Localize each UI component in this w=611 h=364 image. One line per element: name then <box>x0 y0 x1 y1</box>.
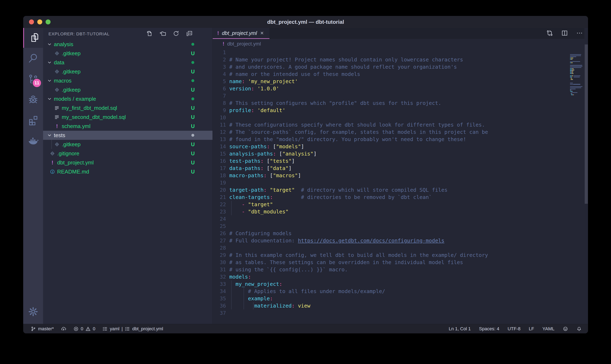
code-editor[interactable]: 12# Name your project! Project names sho… <box>213 49 588 324</box>
tree-file-readme-md[interactable]: README.mdU <box>43 167 212 176</box>
code-line-11[interactable]: 11# These configurations specify where d… <box>213 121 588 129</box>
code-line-21[interactable]: 21clean-targets: # directories to be rem… <box>213 194 588 201</box>
new-folder-icon[interactable] <box>159 30 166 38</box>
activity-source-control[interactable]: 11 <box>23 69 43 89</box>
code-line-29[interactable]: 29# In this example config, we tell dbt … <box>213 251 588 259</box>
code-line-20[interactable]: 20target-path: "target" # directory whic… <box>213 186 588 194</box>
code-line-25[interactable]: 25 <box>213 222 588 230</box>
status-text: 0 <box>81 326 83 332</box>
code-line-26[interactable]: 26# Configuring models <box>213 230 588 237</box>
language-mode[interactable]: YAML <box>542 326 555 332</box>
tree-file--gitkeep[interactable]: .gitkeepU <box>43 140 212 149</box>
chevron-down-icon <box>47 60 52 65</box>
indentation[interactable]: Spaces: 4 <box>479 326 499 332</box>
indent-guide <box>253 302 253 309</box>
line-content: clean-targets: # directories to be remov… <box>229 194 432 201</box>
tree-file--gitignore[interactable]: .gitignoreU <box>43 149 212 158</box>
code-line-15[interactable]: 15analysis-paths: ["analysis"] <box>213 150 588 157</box>
code-line-3[interactable]: 3# and underscores. A good package name … <box>213 63 588 71</box>
code-line-31[interactable]: 31# using the `{{ config(...) }}` macro. <box>213 266 588 273</box>
tree-folder-macros[interactable]: macros <box>43 76 212 85</box>
activity-debug[interactable] <box>23 90 43 110</box>
tree-item-label: .gitkeep <box>62 50 81 57</box>
new-file-icon[interactable] <box>146 30 153 38</box>
code-line-1[interactable]: 1 <box>213 49 588 56</box>
code-line-28[interactable]: 28 <box>213 244 588 251</box>
editor-scrollbar <box>584 28 588 324</box>
line-content: profile: 'default' <box>229 107 285 114</box>
breadcrumb-file-label[interactable]: dbt_project.yml <box>227 41 261 47</box>
tree-folder-tests[interactable]: tests <box>43 131 212 140</box>
yaml-schema-status[interactable]: yaml|dbt_project.yml <box>102 326 163 332</box>
code-line-24[interactable]: 24 <box>213 215 588 222</box>
code-line-34[interactable]: 34 # Applies to all files under models/e… <box>213 288 588 295</box>
line-content: # and underscores. A good package name s… <box>229 63 457 71</box>
feedback[interactable] <box>563 326 568 332</box>
code-line-18[interactable]: 18macro-paths: ["macros"] <box>213 172 588 179</box>
tree-file-schema-yml[interactable]: !schema.ymlU <box>43 122 212 131</box>
line-content: - "target" <box>229 201 273 208</box>
code-line-6[interactable]: 6version: '1.0.0' <box>213 85 588 92</box>
tree-file-my-second-dbt-model-sql[interactable]: my_second_dbt_model.sqlU <box>43 113 212 122</box>
code-line-32[interactable]: 32models: <box>213 273 588 280</box>
code-line-36[interactable]: 36 materialized: view <box>213 302 588 309</box>
breadcrumb[interactable]: ! dbt_project.yml <box>213 39 588 49</box>
activity-settings[interactable] <box>23 302 43 322</box>
eol[interactable]: LF <box>529 326 534 332</box>
tree-folder-data[interactable]: data <box>43 58 212 67</box>
activity-files[interactable] <box>23 28 43 48</box>
tree-file--gitkeep[interactable]: .gitkeepU <box>43 85 212 94</box>
compare-changes-icon[interactable] <box>546 30 553 38</box>
notifications[interactable] <box>576 326 582 332</box>
code-line-8[interactable]: 8# This setting configures which "profil… <box>213 100 588 107</box>
activity-docker[interactable] <box>23 131 43 151</box>
tree-file--gitkeep[interactable]: .gitkeepU <box>43 49 212 58</box>
line-number: 3 <box>213 63 226 71</box>
line-number: 27 <box>213 237 226 244</box>
minimap[interactable] <box>570 53 584 119</box>
code-line-4[interactable]: 4# name or the intended use of these mod… <box>213 71 588 78</box>
code-line-2[interactable]: 2# Name your project! Project names shou… <box>213 56 588 63</box>
code-line-12[interactable]: 12# The `source-paths` config, for examp… <box>213 129 588 136</box>
activity-extensions[interactable] <box>23 111 43 130</box>
encoding[interactable]: UTF-8 <box>508 326 520 332</box>
tree-item-label: data <box>54 59 64 66</box>
cursor-position[interactable]: Ln 1, Col 1 <box>449 326 471 332</box>
code-line-23[interactable]: 23 - "dbt_modules" <box>213 208 588 215</box>
sync-status[interactable] <box>61 326 66 332</box>
activity-search[interactable] <box>23 49 43 68</box>
tab-dbt-project-yml[interactable]: ! dbt_project.yml × <box>213 28 269 39</box>
code-line-5[interactable]: 5name: 'my_new_project' <box>213 78 588 85</box>
close-icon[interactable]: × <box>260 30 264 36</box>
split-editor-icon[interactable] <box>561 30 568 38</box>
problems-status[interactable]: 00 <box>73 326 96 332</box>
git-branch-status[interactable]: master* <box>31 326 54 332</box>
code-line-19[interactable]: 19 <box>213 179 588 186</box>
tree-folder-models-example[interactable]: models / example <box>43 94 212 104</box>
collapse-all-icon[interactable] <box>186 30 193 38</box>
git-file-icon <box>54 69 60 74</box>
chevron-down-icon <box>47 96 52 102</box>
tree-folder-analysis[interactable]: analysis <box>43 40 212 49</box>
code-line-9[interactable]: 9profile: 'default' <box>213 107 588 114</box>
code-line-37[interactable]: 37 <box>213 309 588 317</box>
code-line-17[interactable]: 17data-paths: ["data"] <box>213 165 588 172</box>
scrollbar-thumb[interactable] <box>585 44 588 204</box>
code-line-16[interactable]: 16test-paths: ["tests"] <box>213 157 588 165</box>
refresh-icon[interactable] <box>173 30 179 38</box>
code-line-10[interactable]: 10 <box>213 114 588 121</box>
tree-file-my-first-dbt-model-sql[interactable]: my_first_dbt_model.sqlU <box>43 104 212 113</box>
code-line-35[interactable]: 35 example: <box>213 295 588 302</box>
line-content: macro-paths: ["macros"] <box>229 172 301 179</box>
code-line-33[interactable]: 33 my_new_project: <box>213 280 588 288</box>
git-file-icon <box>54 87 60 92</box>
code-line-14[interactable]: 14source-paths: ["models"] <box>213 143 588 150</box>
code-line-13[interactable]: 13# found in the "models/" directory. Yo… <box>213 136 588 143</box>
code-line-7[interactable]: 7 <box>213 92 588 100</box>
code-line-30[interactable]: 30# as tables. These settings can be ove… <box>213 259 588 266</box>
code-line-27[interactable]: 27# Full documentation: https://docs.get… <box>213 237 588 244</box>
code-line-22[interactable]: 22 - "target" <box>213 201 588 208</box>
tree-file-dbt-project-yml[interactable]: !dbt_project.ymlU <box>43 158 212 167</box>
tree-file--gitkeep[interactable]: .gitkeepU <box>43 67 212 76</box>
more-actions-icon[interactable] <box>576 30 583 38</box>
